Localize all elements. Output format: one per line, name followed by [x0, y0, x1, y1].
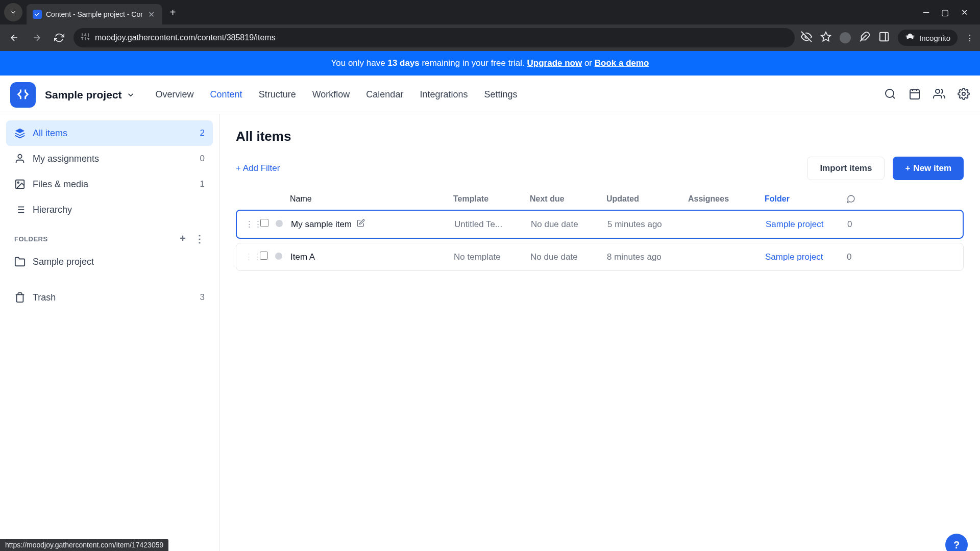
- sidebar-item-count: 2: [200, 128, 205, 138]
- col-header-comments[interactable]: [846, 194, 867, 204]
- sidebar-item-label: Files & media: [33, 179, 88, 190]
- sidebar-item-files-media[interactable]: Files & media 1: [6, 171, 213, 197]
- import-items-button[interactable]: Import items: [807, 157, 885, 180]
- item-template: Untitled Te...: [454, 219, 531, 230]
- new-item-label: New item: [913, 163, 951, 173]
- sidebar-item-trash[interactable]: Trash 3: [6, 285, 213, 310]
- edit-pencil-icon[interactable]: [357, 219, 365, 230]
- plus-icon: +: [905, 163, 910, 173]
- tab-search-dropdown[interactable]: [4, 3, 22, 21]
- drag-handle-icon[interactable]: ⋮⋮: [244, 252, 260, 262]
- svg-marker-10: [821, 32, 830, 41]
- status-dot-icon: [276, 220, 283, 227]
- url-bar[interactable]: moodjoy.gathercontent.com/content/385819…: [74, 28, 795, 47]
- address-bar: moodjoy.gathercontent.com/content/385819…: [0, 24, 980, 51]
- sidebar-item-label: All items: [33, 128, 67, 139]
- sidebar-item-all-items[interactable]: All items 2: [6, 120, 213, 146]
- sidepanel-icon[interactable]: [878, 31, 890, 44]
- reload-button[interactable]: [51, 30, 67, 46]
- incognito-badge[interactable]: Incognito: [898, 30, 958, 46]
- trial-middle: remaining in your free trial.: [420, 58, 527, 68]
- status-bar-url: https://moodjoy.gathercontent.com/item/1…: [0, 539, 168, 551]
- row-checkbox[interactable]: [260, 219, 268, 227]
- item-name: My sample item: [291, 219, 352, 230]
- svg-rect-12: [880, 33, 889, 41]
- extensions-icon[interactable]: [859, 31, 870, 44]
- profile-icon[interactable]: [840, 32, 851, 43]
- project-selector[interactable]: Sample project: [45, 89, 135, 101]
- sidebar-folder-sample-project[interactable]: Sample project: [6, 249, 213, 274]
- calendar-icon[interactable]: [909, 88, 921, 102]
- col-header-nextdue[interactable]: Next due: [530, 194, 606, 204]
- upgrade-link[interactable]: Upgrade now: [527, 58, 582, 68]
- col-header-assignees[interactable]: Assignees: [688, 194, 765, 204]
- sidebar-item-label: Sample project: [33, 257, 94, 267]
- item-name: Item A: [290, 252, 315, 262]
- drag-handle-icon[interactable]: ⋮⋮: [245, 219, 260, 230]
- add-folder-icon[interactable]: +: [180, 233, 186, 245]
- main-layout: All items 2 My assignments 0 Files & med…: [0, 114, 980, 551]
- window-controls: ─ ▢ ✕: [923, 8, 976, 17]
- new-tab-button[interactable]: +: [170, 7, 176, 18]
- item-folder[interactable]: Sample project: [765, 252, 847, 262]
- nav-tab-content[interactable]: Content: [210, 85, 242, 104]
- sidebar-item-hierarchy[interactable]: Hierarchy: [6, 197, 213, 222]
- nav-tab-structure[interactable]: Structure: [259, 85, 296, 104]
- status-dot-icon: [275, 253, 282, 260]
- svg-point-20: [936, 89, 940, 93]
- sidebar-item-label: Hierarchy: [33, 205, 72, 215]
- header-actions: [884, 88, 970, 102]
- nav-tabs: Overview Content Structure Workflow Cale…: [156, 85, 518, 104]
- table-row[interactable]: ⋮⋮ Item A No template No due date 8 minu…: [236, 243, 964, 271]
- comment-icon: [846, 194, 855, 204]
- nav-tab-calendar[interactable]: Calendar: [366, 85, 403, 104]
- nav-tab-integrations[interactable]: Integrations: [420, 85, 468, 104]
- nav-tab-settings[interactable]: Settings: [484, 85, 517, 104]
- col-header-template[interactable]: Template: [453, 194, 530, 204]
- col-header-name[interactable]: Name: [290, 194, 453, 204]
- sidebar-item-my-assignments[interactable]: My assignments 0: [6, 146, 213, 171]
- book-demo-link[interactable]: Book a demo: [595, 58, 649, 68]
- table-header: Name Template Next due Updated Assignees…: [236, 194, 964, 210]
- tab-bar: Content - Sample project - Cor ✕ + ─ ▢ ✕: [0, 0, 980, 24]
- item-comments: 0: [847, 252, 867, 262]
- tab-close-icon[interactable]: ✕: [147, 9, 156, 20]
- sidebar-item-count: 1: [200, 179, 205, 189]
- maximize-icon[interactable]: ▢: [941, 8, 949, 17]
- folder-menu-icon[interactable]: ⋮: [194, 233, 205, 245]
- col-header-updated[interactable]: Updated: [606, 194, 688, 204]
- close-window-icon[interactable]: ✕: [961, 8, 968, 17]
- item-comments: 0: [847, 219, 868, 230]
- eye-off-icon[interactable]: [801, 31, 812, 44]
- table-row[interactable]: ⋮⋮ My sample item Untitled Te... No due …: [236, 210, 964, 239]
- content-toolbar: + Add Filter Import items + New item: [236, 157, 964, 180]
- nav-tab-overview[interactable]: Overview: [156, 85, 194, 104]
- nav-tab-workflow[interactable]: Workflow: [312, 85, 350, 104]
- app-header: Sample project Overview Content Structur…: [0, 76, 980, 114]
- item-folder[interactable]: Sample project: [766, 219, 847, 230]
- svg-point-14: [886, 89, 894, 97]
- browser-tab[interactable]: Content - Sample project - Cor ✕: [27, 4, 162, 24]
- bookmark-star-icon[interactable]: [820, 31, 831, 44]
- minimize-icon[interactable]: ─: [923, 8, 929, 17]
- trash-icon: [14, 292, 26, 303]
- folder-icon: [14, 256, 26, 267]
- add-filter-button[interactable]: + Add Filter: [236, 163, 280, 173]
- search-icon[interactable]: [884, 88, 896, 102]
- forward-button[interactable]: [29, 30, 45, 46]
- back-button[interactable]: [6, 30, 22, 46]
- item-nextdue: No due date: [530, 252, 607, 262]
- folders-header: FOLDERS + ⋮: [6, 222, 213, 249]
- site-settings-icon[interactable]: [81, 32, 90, 43]
- help-button[interactable]: ?: [945, 534, 968, 551]
- people-icon[interactable]: [933, 88, 945, 102]
- new-item-button[interactable]: + New item: [893, 157, 964, 180]
- menu-dots-icon[interactable]: ⋮: [966, 33, 974, 43]
- toolbar-icons: Incognito ⋮: [801, 30, 974, 46]
- svg-point-21: [962, 92, 965, 95]
- col-header-folder[interactable]: Folder: [765, 194, 846, 204]
- app-logo-icon[interactable]: [10, 82, 36, 108]
- svg-marker-22: [15, 129, 24, 133]
- trial-or: or: [582, 58, 595, 68]
- settings-gear-icon[interactable]: [958, 88, 970, 102]
